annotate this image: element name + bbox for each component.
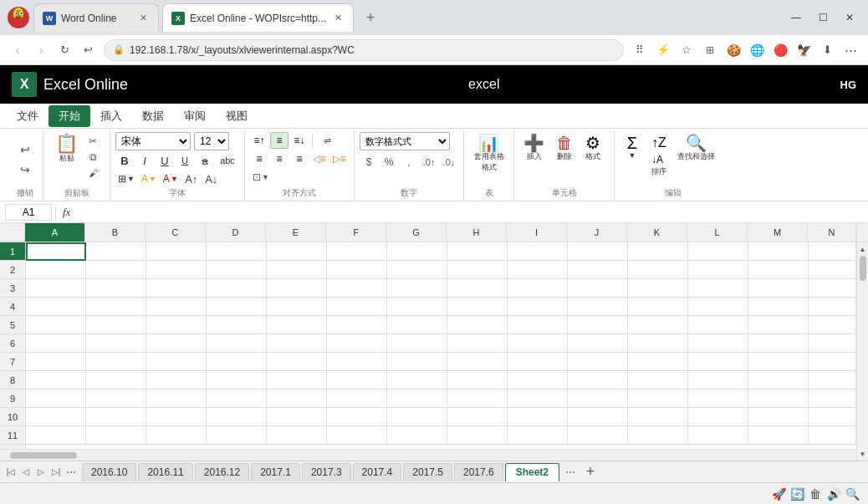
cell-m1[interactable] [748,242,809,261]
cell-k4[interactable] [628,298,688,316]
cell-f9[interactable] [327,389,387,408]
cell-d3[interactable] [207,279,267,298]
cell-i3[interactable] [508,279,568,298]
cell-d10[interactable] [207,408,267,426]
cell-l9[interactable] [688,389,748,408]
col-header-j[interactable]: J [567,223,627,242]
cell-l5[interactable] [688,316,748,334]
borders-button[interactable]: ⊞▼ [115,171,137,187]
cell-k3[interactable] [628,279,688,298]
cell-e10[interactable] [267,408,327,426]
menu-item-data[interactable]: 数据 [132,105,174,127]
fill-color-button[interactable]: A▼ [139,171,159,187]
nav-forward-button[interactable]: › [30,39,52,61]
status-icon-volume[interactable]: 🔊 [825,485,843,503]
cell-h11[interactable] [447,426,508,445]
underline-button[interactable]: U [156,152,174,169]
sheet-nav-prev[interactable]: ◁ [18,465,33,480]
cell-m4[interactable] [748,298,809,316]
menu-item-review[interactable]: 审阅 [174,105,216,127]
col-header-b[interactable]: B [85,223,146,242]
cell-e11[interactable] [267,426,327,445]
insert-cells-button[interactable]: ➕ 插入 [519,132,549,165]
double-underline-button[interactable]: U [176,152,194,169]
col-header-c[interactable]: C [146,223,206,242]
abc-button[interactable]: abc [216,152,239,169]
decrease-decimal-button[interactable]: .0↓ [440,154,458,171]
cell-g6[interactable] [387,334,447,353]
status-icon-search[interactable]: 🔍 [843,485,861,503]
address-bar[interactable]: 🔒 192.168.1.78/x/_layouts/xlviewerintern… [104,39,624,61]
cell-f6[interactable] [327,334,387,353]
col-header-f[interactable]: F [326,223,386,242]
cell-f5[interactable] [327,316,387,334]
v-scroll-thumb[interactable] [860,256,866,281]
currency-button[interactable]: $ [360,154,378,171]
cell-j11[interactable] [568,426,628,445]
cell-n11[interactable] [809,426,856,445]
cell-b9[interactable] [86,389,146,408]
cell-c6[interactable] [146,334,207,353]
cell-n7[interactable] [809,353,856,371]
cell-b2[interactable] [86,261,146,279]
cell-h5[interactable] [447,316,508,334]
cell-h9[interactable] [447,389,508,408]
cell-e9[interactable] [267,389,327,408]
h-scrollbar[interactable] [0,449,856,461]
sheet-nav-first[interactable]: |◁ [3,465,18,480]
menu-item-file[interactable]: 文件 [7,105,49,127]
cell-m3[interactable] [748,279,809,298]
nav-back-button[interactable]: ‹ [7,39,28,61]
row-header-2[interactable]: 2 [0,261,25,279]
cell-j10[interactable] [568,408,628,426]
cell-j6[interactable] [568,334,628,353]
sum-button[interactable]: Σ ▼ [620,132,645,162]
cell-j8[interactable] [568,371,628,389]
number-format-selector[interactable]: 数字格式式 [360,132,450,150]
cell-b1[interactable] [86,242,146,261]
cell-f10[interactable] [327,408,387,426]
status-icon-share[interactable]: 🚀 [769,485,788,503]
sheet-add-button[interactable]: + [581,463,600,481]
cell-i1[interactable] [508,242,568,261]
row-header-1[interactable]: 1 [0,242,25,261]
cell-m7[interactable] [748,353,809,371]
cell-c3[interactable] [146,279,207,298]
cell-c10[interactable] [146,408,207,426]
cell-m8[interactable] [748,371,809,389]
cell-h8[interactable] [447,371,508,389]
cell-n6[interactable] [809,334,856,353]
user-avatar[interactable]: HG [840,79,857,91]
cell-e7[interactable] [267,353,327,371]
sheet-tab-2016-12[interactable]: 2016.12 [195,463,249,481]
cell-f8[interactable] [327,371,387,389]
cell-d11[interactable] [207,426,267,445]
cell-e4[interactable] [267,298,327,316]
cell-k5[interactable] [628,316,688,334]
cell-f2[interactable] [327,261,387,279]
sheet-tab-2016-10[interactable]: 2016.10 [82,463,136,481]
formula-input[interactable] [77,204,863,221]
align-right-button[interactable]: ≡ [290,150,309,167]
cell-m9[interactable] [748,389,809,408]
cell-b10[interactable] [86,408,146,426]
cell-c7[interactable] [146,353,207,371]
cell-a9[interactable] [26,389,86,408]
cell-l2[interactable] [688,261,748,279]
sheet-tab-2017-6[interactable]: 2017.6 [454,463,503,481]
cell-i5[interactable] [508,316,568,334]
extensions-button[interactable]: ⠿ [629,39,651,61]
format-painter-button[interactable]: 🖌 [84,165,102,181]
sheet-tab-sheet2[interactable]: Sheet2 [505,463,559,481]
cell-l10[interactable] [688,408,748,426]
row-header-8[interactable]: 8 [0,371,25,389]
cell-g5[interactable] [387,316,447,334]
cell-a8[interactable] [26,371,86,389]
cell-d7[interactable] [207,353,267,371]
cell-n9[interactable] [809,389,856,408]
cell-n1[interactable] [809,242,856,261]
nav-refresh-button[interactable]: ↻ [54,39,75,61]
cell-a2[interactable] [26,261,86,279]
cell-c4[interactable] [146,298,207,316]
cell-b3[interactable] [86,279,146,298]
